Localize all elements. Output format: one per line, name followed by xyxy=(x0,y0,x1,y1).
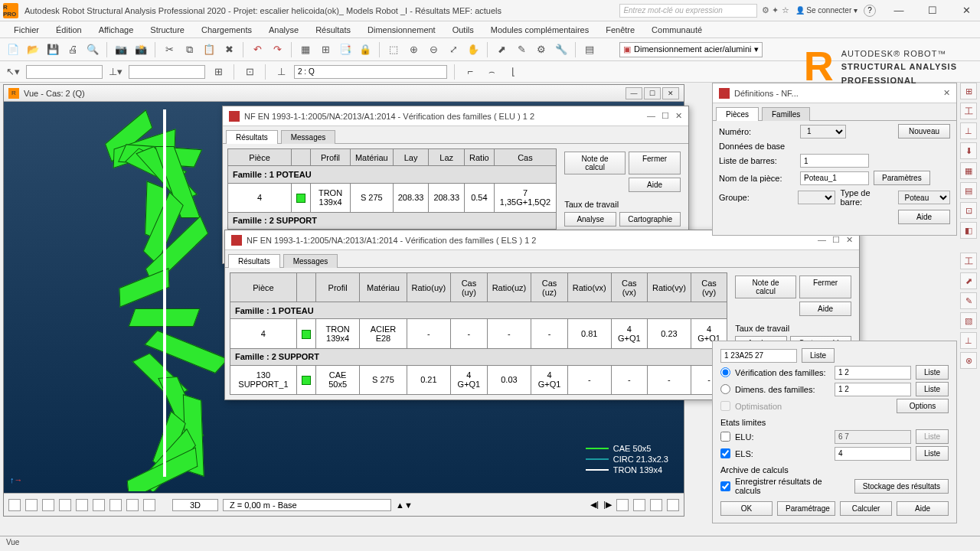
tab-results[interactable]: Résultats xyxy=(226,130,278,144)
rt-icon[interactable]: ⊞ xyxy=(960,83,977,99)
rt-icon[interactable]: ✎ xyxy=(960,292,977,309)
rt-icon[interactable]: ◧ xyxy=(960,222,977,239)
verif-radio[interactable] xyxy=(720,367,730,377)
vp-tool-icon[interactable] xyxy=(667,499,679,511)
calculer-button[interactable]: Calculer xyxy=(840,501,892,516)
load-icon[interactable]: ⊥ xyxy=(273,64,289,80)
viewport-max-button[interactable]: ☐ xyxy=(644,87,661,99)
minimize-button[interactable]: — xyxy=(888,5,910,16)
vp-tool-icon[interactable] xyxy=(59,499,71,511)
col-piece[interactable]: Pièce xyxy=(228,149,292,166)
col-cas[interactable]: Cas xyxy=(494,149,556,166)
table-row[interactable]: 130 SUPPORT_1 CAE 50x5S 275 0.214 G+Q1 0… xyxy=(230,365,727,394)
menu-view[interactable]: Affichage xyxy=(91,24,142,36)
nom-input[interactable] xyxy=(800,171,869,185)
stockage-button[interactable]: Stockage des résultats xyxy=(854,479,949,494)
col-cvy[interactable]: Cas (vy) xyxy=(691,273,727,302)
carto-button[interactable]: Cartographie xyxy=(619,212,681,227)
liste-input[interactable] xyxy=(800,154,869,168)
table-row[interactable]: 4 TRON 139x4ACIER E28 -- -- 0.814 G+Q1 0… xyxy=(230,319,727,348)
camera-icon[interactable]: 📸 xyxy=(132,41,149,58)
tab-pieces[interactable]: Pièces xyxy=(716,107,759,121)
axes-icon[interactable]: ⊞ xyxy=(210,64,227,80)
param-button[interactable]: Paramètres xyxy=(874,171,930,185)
viewport-titlebar[interactable]: R Vue - Cas: 2 (Q) — ☐ ✕ xyxy=(4,85,684,102)
bars-input[interactable] xyxy=(720,349,797,363)
col-piece[interactable]: Pièce xyxy=(230,273,297,302)
open-icon[interactable]: 📂 xyxy=(24,41,41,58)
select-icon[interactable]: ⬈ xyxy=(493,41,510,58)
cut-icon[interactable]: ✂ xyxy=(161,41,178,58)
zoom-fit-icon[interactable]: ⤢ xyxy=(445,41,462,58)
scroll-left-icon[interactable]: ◀| xyxy=(590,500,599,510)
col-materiau[interactable]: Matériau xyxy=(350,149,393,166)
dlg-min-icon[interactable]: — xyxy=(818,235,826,245)
elu-titlebar[interactable]: NF EN 1993-1-1:2005/NA:2013/A1:2014 - Vé… xyxy=(223,106,688,126)
delete-icon[interactable]: ✖ xyxy=(220,41,237,58)
redo-icon[interactable]: ↷ xyxy=(269,41,286,58)
dlg-max-icon[interactable]: ☐ xyxy=(662,111,669,121)
config-icon[interactable]: ⚙ xyxy=(533,41,550,58)
elu-checkbox[interactable] xyxy=(720,432,730,442)
scroll-right-icon[interactable]: |▶ xyxy=(603,500,612,510)
menu-file[interactable]: Fichier xyxy=(6,24,47,36)
vp-tool-icon[interactable] xyxy=(616,499,629,511)
liste-button[interactable]: Liste xyxy=(916,365,949,380)
print-icon[interactable]: 🖨 xyxy=(64,41,81,58)
vp-tool-icon[interactable] xyxy=(8,499,21,511)
vp-tool-icon[interactable] xyxy=(109,499,122,511)
maximize-button[interactable]: ☐ xyxy=(922,5,943,16)
node-icon[interactable]: ⊥▾ xyxy=(107,64,124,80)
rt-icon[interactable]: 工 xyxy=(960,253,977,269)
vp-tool-icon[interactable] xyxy=(126,499,139,511)
menu-community[interactable]: Communauté xyxy=(644,24,710,36)
tab-familles[interactable]: Familles xyxy=(762,107,810,121)
zoom-in-icon[interactable]: ⊕ xyxy=(405,41,422,58)
lock-icon[interactable]: 🔒 xyxy=(357,41,374,58)
col-rvx[interactable]: Ratio(vx) xyxy=(567,273,611,302)
table-icon[interactable]: ⊞ xyxy=(317,41,334,58)
vp-tool-icon[interactable] xyxy=(25,499,38,511)
aide-button[interactable]: Aide xyxy=(898,210,950,224)
tab-results[interactable]: Résultats xyxy=(228,254,280,268)
menu-analysis[interactable]: Analyse xyxy=(261,24,306,36)
liste-button[interactable]: Liste xyxy=(916,382,949,396)
tab-messages[interactable]: Messages xyxy=(281,130,336,144)
paste-icon[interactable]: 📋 xyxy=(201,41,217,58)
aide-button[interactable]: Aide xyxy=(897,501,949,516)
shear-icon[interactable]: ⌊ xyxy=(505,64,521,80)
vp-tool-icon[interactable] xyxy=(42,499,54,511)
dims-input[interactable] xyxy=(835,383,911,396)
signin-button[interactable]: 👤 Se connecter ▾ xyxy=(795,6,858,15)
col-lay[interactable]: Lay xyxy=(393,149,429,166)
edit-icon[interactable]: ✎ xyxy=(513,41,530,58)
menu-results[interactable]: Résultats xyxy=(308,24,358,36)
parametrage-button[interactable]: Paramétrage xyxy=(777,501,835,516)
calc-icon[interactable]: ▦ xyxy=(297,41,314,58)
menu-loadings[interactable]: Chargements xyxy=(194,24,260,36)
col-cvx[interactable]: Cas (vx) xyxy=(611,273,647,302)
moment-icon[interactable]: ⌢ xyxy=(483,64,500,80)
menu-structure[interactable]: Structure xyxy=(142,24,192,36)
vp-tool-icon[interactable] xyxy=(143,499,155,511)
rt-icon[interactable]: 工 xyxy=(960,103,977,119)
menu-tools[interactable]: Outils xyxy=(445,24,482,36)
rt-icon[interactable]: ▤ xyxy=(960,182,977,199)
loadcase-combo[interactable] xyxy=(294,65,447,79)
viewport-min-button[interactable]: — xyxy=(626,87,642,99)
menu-design[interactable]: Dimensionnement xyxy=(360,24,443,36)
menu-addins[interactable]: Modules complémentaires xyxy=(483,24,596,36)
toolbar-icons[interactable]: ⚙ ✦ ☆ xyxy=(762,5,789,15)
copy-icon[interactable]: ⧉ xyxy=(181,41,198,58)
fermer-button[interactable]: Fermer xyxy=(629,152,681,174)
col-ratio[interactable]: Ratio xyxy=(465,149,495,166)
spin-icon[interactable]: ▲▼ xyxy=(396,500,413,510)
col-materiau[interactable]: Matériau xyxy=(360,273,407,302)
report-icon[interactable]: 📑 xyxy=(337,41,354,58)
help-icon[interactable]: ? xyxy=(864,5,876,17)
rt-icon[interactable]: ⊡ xyxy=(960,202,977,219)
calc2-icon[interactable]: ▤ xyxy=(581,41,598,58)
analyse-button[interactable]: Analyse xyxy=(564,212,616,227)
save-icon[interactable]: 💾 xyxy=(44,41,61,58)
cursor-icon[interactable]: ↖▾ xyxy=(5,64,21,80)
